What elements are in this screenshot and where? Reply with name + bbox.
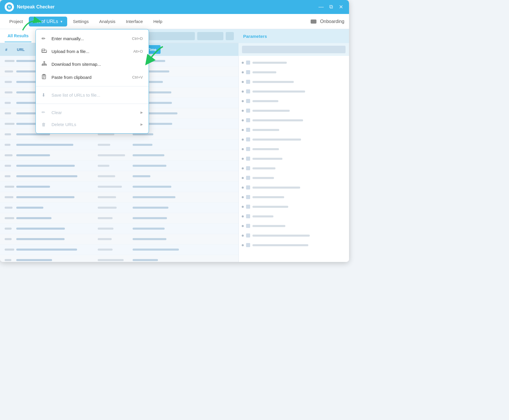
table-row[interactable] [0, 234, 239, 244]
menu-list-of-urls[interactable]: List of URLs ▼ [29, 17, 67, 26]
type-placeholder [98, 228, 113, 230]
param-checkbox[interactable] [246, 205, 250, 209]
param-checkbox[interactable] [246, 61, 250, 65]
sitemap-icon [42, 61, 48, 67]
delete-urls-arrow-icon: ▶ [140, 123, 143, 126]
param-dot [242, 225, 244, 227]
param-checkbox[interactable] [246, 157, 250, 161]
param-bar [252, 244, 308, 246]
param-checkbox[interactable] [246, 128, 250, 132]
type-placeholder [98, 133, 114, 135]
dropdown-item-enter-manually[interactable]: ✏ Enter manually... Ctrl+D [36, 32, 149, 45]
param-checkbox[interactable] [246, 195, 250, 199]
param-dot [242, 71, 244, 73]
youtube-icon [311, 20, 316, 24]
param-checkbox[interactable] [246, 176, 250, 180]
param-bar [252, 206, 288, 208]
right-param-row [242, 78, 346, 86]
table-row[interactable] [0, 171, 239, 182]
settings-button-placeholder[interactable] [226, 32, 234, 40]
dropdown-item-paste-clipboard[interactable]: Paste from clipboard Ctrl+V [36, 70, 149, 84]
param-checkbox[interactable] [246, 137, 250, 141]
dropdown-menu: ✏ Enter manually... Ctrl+D Upload from a… [35, 29, 149, 134]
type-placeholder [98, 196, 116, 198]
right-param-row [242, 164, 346, 172]
right-param-row [242, 174, 346, 182]
param-checkbox[interactable] [246, 109, 250, 113]
table-row[interactable] [0, 140, 239, 150]
param-checkbox[interactable] [246, 147, 250, 151]
close-button[interactable]: ✕ [337, 4, 344, 10]
dropdown-item-clear: ✏ Clear ▶ [36, 106, 149, 118]
param-checkbox[interactable] [246, 118, 250, 122]
dropdown-item-delete-urls: 🗑 Delete URLs ▶ [36, 118, 149, 130]
maximize-button[interactable]: ⧉ [328, 4, 334, 10]
param-checkbox[interactable] [246, 70, 250, 74]
table-row[interactable] [0, 203, 239, 213]
param-checkbox[interactable] [246, 214, 250, 218]
hash-placeholder [5, 249, 14, 251]
param-checkbox[interactable] [246, 89, 250, 93]
dropdown-section-1: ✏ Enter manually... Ctrl+D Upload from a… [36, 31, 149, 85]
response-placeholder [133, 175, 150, 177]
table-row[interactable] [0, 192, 239, 203]
table-row[interactable] [0, 150, 239, 161]
onboarding-label: Onboarding [320, 19, 344, 24]
param-checkbox[interactable] [246, 243, 250, 247]
dropdown-item-download-sitemap[interactable]: Download from sitemap... [36, 58, 149, 70]
right-param-row [242, 232, 346, 239]
table-row[interactable] [0, 224, 239, 234]
table-row[interactable] [0, 213, 239, 224]
param-checkbox[interactable] [246, 233, 250, 238]
type-placeholder [98, 175, 115, 177]
list-of-urls-label: List of URLs [33, 19, 58, 24]
tab-all-results[interactable]: All Results [5, 30, 31, 42]
param-dot [242, 167, 244, 169]
right-search-input[interactable] [242, 46, 346, 53]
type-placeholder [98, 238, 112, 240]
app-logo: N [5, 2, 14, 12]
table-row[interactable] [0, 161, 239, 171]
menu-onboarding[interactable]: Onboarding [311, 19, 344, 24]
menu-analysis[interactable]: Analysis [95, 17, 120, 26]
window-controls: — ⧉ ✕ [318, 4, 344, 10]
menu-interface[interactable]: Interface [121, 17, 147, 26]
dropdown-item-upload-file[interactable]: Upload from a file... Alt+O [36, 45, 149, 58]
table-row[interactable] [0, 182, 239, 192]
menu-project[interactable]: Project [5, 17, 28, 26]
menu-help[interactable]: Help [149, 17, 167, 26]
right-param-row [242, 184, 346, 191]
param-checkbox[interactable] [246, 224, 250, 228]
hash-placeholder [5, 91, 13, 93]
param-bar [252, 167, 275, 169]
param-checkbox[interactable] [246, 80, 250, 84]
response-placeholder [133, 154, 164, 156]
response-placeholder [133, 238, 166, 240]
param-bar [252, 110, 290, 112]
param-checkbox[interactable] [246, 185, 250, 189]
menu-settings[interactable]: Settings [68, 17, 93, 26]
param-bar [252, 91, 305, 93]
table-row[interactable] [0, 255, 239, 262]
url-placeholder [16, 133, 50, 135]
clear-arrow-icon: ▶ [140, 111, 143, 114]
url-placeholder [16, 238, 65, 240]
clear-label: Clear [51, 110, 62, 115]
param-dot [242, 196, 244, 198]
minimize-button[interactable]: — [318, 4, 325, 10]
param-checkbox[interactable] [246, 99, 250, 103]
response-placeholder [133, 228, 165, 230]
param-bar [252, 81, 294, 83]
right-param-row [242, 241, 346, 249]
dropdown-section-2: ⬇ Save list of URLs to file... [36, 88, 149, 102]
type-placeholder [98, 207, 117, 209]
param-dot [242, 91, 244, 93]
param-dot [242, 148, 244, 150]
table-row[interactable] [0, 244, 239, 255]
param-dot [242, 158, 244, 160]
col-hash: # [2, 47, 14, 52]
filter-button-placeholder[interactable] [197, 32, 223, 40]
param-checkbox[interactable] [246, 166, 250, 170]
type-placeholder [98, 186, 122, 188]
param-dot [242, 235, 244, 237]
